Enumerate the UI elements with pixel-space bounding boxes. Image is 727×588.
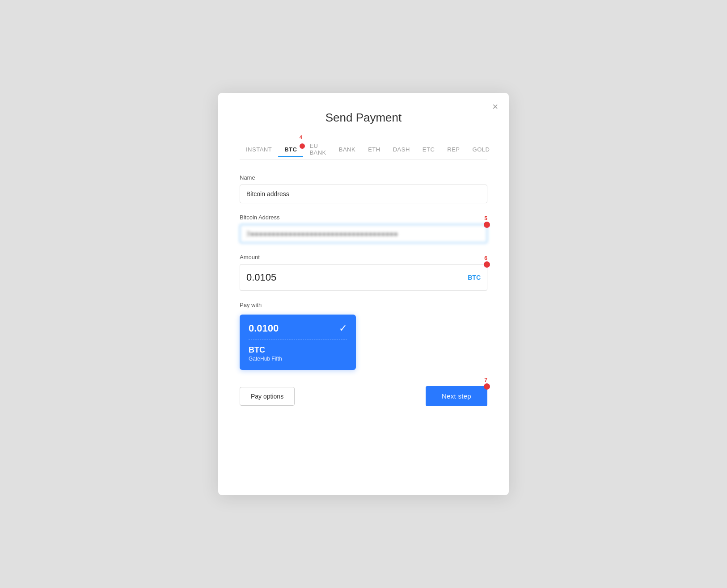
bitcoin-address-label: Bitcoin Address [240,214,487,221]
tab-eth[interactable]: ETH [362,143,387,156]
name-input[interactable] [240,185,487,203]
send-payment-modal: × Send Payment INSTANT BTC 4 EU BANK BAN… [218,93,509,495]
wallet-divider [249,340,347,340]
tab-dash[interactable]: DASH [387,143,416,156]
tab-rep[interactable]: REP [441,143,466,156]
amount-currency: BTC [468,274,481,281]
next-step-button[interactable]: Next step [426,386,487,406]
wallet-currency: BTC [249,345,347,355]
amount-wrapper: 0.0105 BTC [240,264,487,291]
tab-gold[interactable]: GOLD [466,143,496,156]
tab-btc[interactable]: BTC 4 [278,143,303,156]
tab-etc[interactable]: ETC [416,143,441,156]
tab-bank[interactable]: BANK [333,143,362,156]
wallet-check-icon: ✓ [339,323,347,334]
bitcoin-address-annotation: 5 [484,215,487,222]
tabs-container: INSTANT BTC 4 EU BANK BANK ETH DASH ETC … [240,139,487,160]
tab-btc-annotation: 4 [300,134,303,140]
tab-instant[interactable]: INSTANT [240,143,278,156]
wallet-card-top: 0.0100 ✓ [249,323,347,334]
bitcoin-address-dot [484,222,490,228]
pay-options-button[interactable]: Pay options [240,387,295,406]
amount-annotation: 6 [484,255,487,261]
wallet-balance: 0.0100 [249,323,279,334]
name-label: Name [240,174,487,181]
bitcoin-address-input[interactable] [240,224,487,243]
amount-value: 0.0105 [246,272,468,283]
next-step-wrapper: 7 Next step [426,386,487,406]
pay-with-label: Pay with [240,302,487,308]
pay-with-section: Pay with 0.0100 ✓ BTC GateHub Fifth [240,302,487,370]
modal-title: Send Payment [240,111,487,125]
wallet-name: GateHub Fifth [249,356,347,362]
amount-field-group: Amount 6 0.0105 BTC [240,254,487,291]
bitcoin-address-field-group: Bitcoin Address 5 [240,214,487,243]
close-button[interactable]: × [492,102,498,112]
next-step-annotation: 7 [484,377,487,383]
wallet-card[interactable]: 0.0100 ✓ BTC GateHub Fifth [240,315,356,370]
next-step-dot [484,383,490,390]
name-field-group: Name [240,174,487,203]
footer-row: Pay options 7 Next step [240,386,487,406]
tab-eu-bank[interactable]: EU BANK [303,139,332,160]
amount-dot [484,261,490,268]
amount-label: Amount [240,254,487,260]
